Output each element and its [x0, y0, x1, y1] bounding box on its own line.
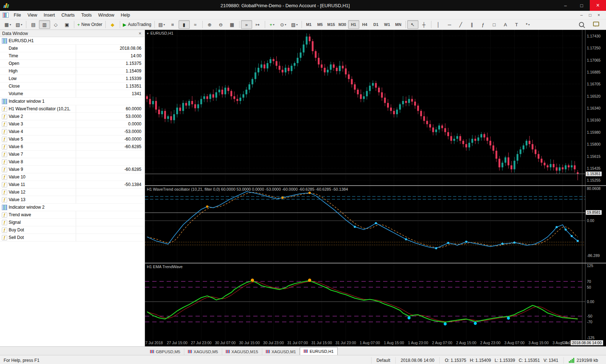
- data-window-row: ƒBuy Dot: [0, 226, 145, 234]
- timeframe-w1[interactable]: W1: [382, 20, 393, 29]
- label-button[interactable]: T: [511, 20, 522, 29]
- data-window-row-value: [76, 151, 145, 158]
- time-axis-label: 31 Jul 15:00: [311, 341, 332, 345]
- mdi-minimize-button[interactable]: –: [577, 13, 586, 18]
- tile-windows-button[interactable]: ▦: [227, 20, 238, 29]
- indicators-button-dropdown[interactable]: ▾: [273, 23, 275, 26]
- indicators-button[interactable]: +▾: [267, 20, 278, 29]
- timeframe-h1[interactable]: H1: [348, 20, 359, 29]
- data-window-row-label: Value 3: [9, 121, 76, 126]
- chart-mode-button-dropdown[interactable]: ▾: [163, 23, 165, 26]
- timeframe-h4[interactable]: H4: [359, 20, 370, 29]
- periods-button-dropdown[interactable]: ▾: [285, 23, 286, 26]
- chart-tab-xagusd-m5[interactable]: XAGUSD,M5: [184, 348, 222, 355]
- maximize-button[interactable]: □: [574, 0, 590, 11]
- main-chart-pane[interactable]: ▾ EURUSD,H1 1.174301.172501.170651.16885…: [145, 30, 606, 185]
- timeframe-m30[interactable]: M30: [337, 20, 348, 29]
- chart-area: ▾ EURUSD,H1 1.174301.172501.170651.16885…: [145, 30, 606, 346]
- data-window-row-label: Close: [9, 84, 76, 89]
- market-watch-button[interactable]: ▤: [28, 20, 39, 29]
- timeframe-m1[interactable]: M1: [303, 20, 315, 29]
- chart-mode-button[interactable]: ▤▾: [156, 20, 167, 29]
- window-title: 2109880: GlobalPrime-Demo - Demo Account…: [13, 3, 557, 8]
- data-window-row-label: Indicator window 2: [9, 205, 145, 210]
- channel-button[interactable]: ∥: [466, 20, 478, 29]
- menu-tools[interactable]: Tools: [78, 12, 95, 19]
- community-button[interactable]: [590, 20, 602, 29]
- auto-scroll-button[interactable]: »: [241, 20, 252, 29]
- data-window-close-button[interactable]: ×: [137, 31, 142, 36]
- chart-tabs-bar: GBPUSD,M5XAGUSD,M5XAGUSD,M15XAGUSD,M1EUR…: [0, 346, 606, 355]
- profiles-button[interactable]: ▧▾: [13, 20, 25, 29]
- templates-button[interactable]: ▨▾: [289, 20, 300, 29]
- horizontal-line-icon: ─: [448, 22, 451, 27]
- search-button[interactable]: [576, 20, 587, 29]
- mdi-restore-button[interactable]: □: [586, 13, 594, 18]
- line-chart-button[interactable]: ≈: [190, 20, 201, 29]
- zoom-out-button[interactable]: ⊖: [215, 20, 227, 29]
- metaeditor-button[interactable]: ◆: [107, 20, 118, 29]
- data-window-row-value: -60.6285: [76, 143, 145, 150]
- timeframe-mn[interactable]: MN: [393, 20, 404, 29]
- vertical-line-button[interactable]: │: [433, 20, 444, 29]
- chart-tab-eurusd-h1[interactable]: EURUSD,H1: [300, 347, 337, 355]
- timeframe-m5[interactable]: M5: [315, 20, 326, 29]
- crosshair-button[interactable]: ┼: [418, 20, 430, 29]
- mdi-close-button[interactable]: ×: [594, 13, 603, 18]
- timeframe-m15[interactable]: M15: [326, 20, 337, 29]
- wavetrend-chart[interactable]: [145, 186, 585, 263]
- templates-button-dropdown[interactable]: ▾: [296, 23, 298, 26]
- horizontal-line-button[interactable]: ─: [444, 20, 455, 29]
- timeframe-d1[interactable]: D1: [370, 20, 382, 29]
- candlestick-button[interactable]: ▮: [179, 20, 190, 29]
- profiles-button-dropdown[interactable]: ▾: [21, 23, 22, 26]
- status-time: 2018.08.06 14:00: [395, 357, 439, 364]
- menu-help[interactable]: Help: [118, 12, 133, 19]
- data-window-button[interactable]: ▥: [39, 20, 50, 29]
- cursor-button[interactable]: ↖: [407, 20, 418, 29]
- data-window-row: ƒValue 11-50.1384: [0, 181, 145, 188]
- wavetrend-pane[interactable]: H1 WaveTrend oscillator (10,21, filter 0…: [145, 186, 606, 263]
- chart-tab-gbpusd-m5[interactable]: GBPUSD,M5: [146, 348, 184, 355]
- status-profile[interactable]: Default: [371, 357, 395, 364]
- chart-tab-label: XAGUSD,M1: [272, 350, 296, 354]
- new-chart-button-dropdown[interactable]: ▾: [10, 23, 11, 26]
- toolbar-separator: [154, 21, 155, 28]
- pane-splitter[interactable]: [145, 185, 606, 186]
- new-chart-button[interactable]: ▦▾: [2, 20, 13, 29]
- pane-splitter[interactable]: [145, 263, 606, 263]
- close-button[interactable]: ×: [590, 0, 606, 11]
- new-order-button[interactable]: +New Order: [76, 20, 104, 29]
- fibonacci-button[interactable]: ƒ: [478, 20, 489, 29]
- data-window-row: High1.15409: [0, 67, 145, 75]
- menu-view[interactable]: View: [24, 12, 40, 19]
- zoom-in-button[interactable]: ⊕: [204, 20, 215, 29]
- autotrading-button[interactable]: ▶AutoTrading: [122, 20, 153, 29]
- candlestick-chart[interactable]: [145, 30, 585, 185]
- menu-file[interactable]: File: [10, 12, 24, 19]
- arrows-button[interactable]: *▾: [522, 20, 533, 29]
- bar-chart-button[interactable]: ≡: [167, 20, 179, 29]
- menu-insert[interactable]: Insert: [40, 12, 58, 19]
- shapes-button[interactable]: □: [489, 20, 500, 29]
- chart-tab-xagusd-m15[interactable]: XAGUSD,M15: [222, 348, 262, 355]
- trendwave-chart[interactable]: [145, 263, 585, 340]
- menu-window[interactable]: Window: [95, 12, 117, 19]
- periods-button[interactable]: ⊙▾: [278, 20, 289, 29]
- trendwave-pane[interactable]: H1 EMA TrendWave 12570500.00-50-70-125: [145, 263, 606, 340]
- trendline-button[interactable]: ╱: [455, 20, 466, 29]
- text-button[interactable]: A: [500, 20, 511, 29]
- chart-tab-xagusd-m1[interactable]: XAGUSD,M1: [262, 348, 300, 355]
- minimize-button[interactable]: –: [557, 0, 574, 11]
- arrows-button-dropdown[interactable]: ▾: [528, 23, 530, 26]
- one-click-trading-toggle[interactable]: ▾: [147, 31, 149, 35]
- data-window-row-value: 1.15351: [76, 83, 145, 90]
- menu-charts[interactable]: Charts: [58, 12, 78, 19]
- navigator-button[interactable]: ◇: [50, 20, 61, 29]
- time-axis[interactable]: 2018.08.06 14:00 27 Jul 201827 Jul 15:00…: [145, 340, 606, 346]
- data-window-row: ƒValue 30.0000: [0, 120, 145, 128]
- toolbar-separator: [105, 21, 106, 28]
- chart-shift-button[interactable]: ↦: [252, 20, 263, 29]
- terminal-button[interactable]: ▣: [61, 20, 73, 29]
- arrows-icon: *: [526, 22, 528, 27]
